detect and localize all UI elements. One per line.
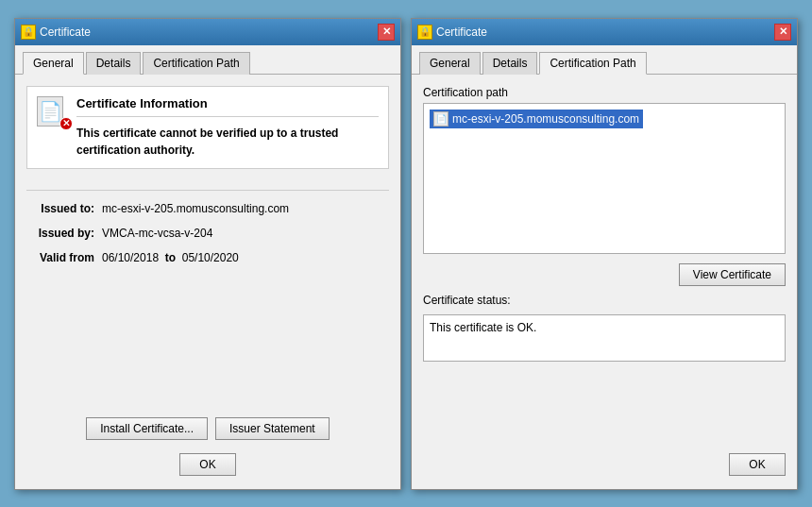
cert-status-label: Certificate status: (423, 294, 786, 307)
cert-status-box: This certificate is OK. (423, 314, 786, 362)
left-tab-details[interactable]: Details (86, 52, 142, 75)
cert-status-value: This certificate is OK. (430, 321, 536, 334)
right-ok-button[interactable]: OK (729, 453, 786, 476)
left-tabs: General Details Certification Path (15, 45, 400, 75)
cert-path-item-label: mc-esxi-v-205.momusconsulting.com (452, 112, 639, 126)
cert-path-item: 📄 mc-esxi-v-205.momusconsulting.com (430, 110, 643, 128)
left-title-text: Certificate (40, 25, 91, 39)
view-cert-area: View Certificate (423, 263, 786, 286)
right-dialog-buttons: OK (412, 444, 797, 489)
issued-by-label: Issued by: (26, 227, 102, 240)
valid-from-value: 06/10/2018 to 05/10/2020 (102, 251, 239, 264)
left-title-icon: 🔒 (21, 25, 36, 40)
left-certificate-dialog: 🔒 Certificate ✕ General Details Certific… (14, 18, 401, 490)
right-title-text: Certificate (436, 25, 487, 39)
cert-info-title: Certificate Information (76, 96, 379, 117)
left-tab-cert-path[interactable]: Certification Path (143, 52, 249, 75)
install-certificate-button[interactable]: Install Certificate... (86, 417, 208, 440)
left-close-button[interactable]: ✕ (378, 24, 395, 41)
cert-path-box: 📄 mc-esxi-v-205.momusconsulting.com (423, 103, 786, 254)
view-certificate-button[interactable]: View Certificate (679, 263, 786, 286)
valid-from-row: Valid from 06/10/2018 to 05/10/2020 (26, 251, 389, 264)
right-tab-details[interactable]: Details (482, 52, 538, 75)
left-tab-general[interactable]: General (23, 52, 84, 75)
issued-to-value: mc-esxi-v-205.momusconsulting.com (102, 202, 289, 215)
left-content: ✕ Certificate Information This certifica… (15, 75, 400, 408)
issued-by-row: Issued by: VMCA-mc-vcsa-v-204 (26, 227, 389, 240)
right-title-icon: 🔒 (417, 25, 432, 40)
right-tabs: General Details Certification Path (412, 45, 797, 75)
cert-path-item-icon: 📄 (433, 111, 448, 127)
right-content: Certification path 📄 mc-esxi-v-205.momus… (412, 75, 797, 444)
cert-path-label: Certification path (423, 86, 786, 99)
cert-info-box: ✕ Certificate Information This certifica… (26, 86, 389, 169)
issued-to-label: Issued to: (26, 202, 102, 215)
left-title-bar: 🔒 Certificate ✕ (15, 19, 400, 45)
cert-info-content: Certificate Information This certificate… (76, 96, 379, 159)
issued-to-row: Issued to: mc-esxi-v-205.momusconsulting… (26, 202, 389, 215)
left-dialog-buttons: Install Certificate... Issuer Statement (15, 408, 400, 453)
right-certificate-dialog: 🔒 Certificate ✕ General Details Certific… (411, 18, 798, 490)
right-close-button[interactable]: ✕ (774, 24, 791, 41)
issuer-statement-button[interactable]: Issuer Statement (215, 417, 330, 440)
cert-warning-text: This certificate cannot be verified up t… (76, 125, 379, 159)
right-tab-general[interactable]: General (419, 52, 481, 75)
separator-1 (26, 190, 389, 191)
valid-from-label: Valid from (26, 251, 102, 264)
issued-by-value: VMCA-mc-vcsa-v-204 (102, 227, 212, 240)
cert-icon: ✕ (37, 96, 67, 127)
right-tab-cert-path[interactable]: Certification Path (539, 52, 646, 75)
right-title-bar: 🔒 Certificate ✕ (412, 19, 797, 45)
error-badge: ✕ (59, 117, 73, 130)
left-ok-button[interactable]: OK (179, 453, 236, 476)
